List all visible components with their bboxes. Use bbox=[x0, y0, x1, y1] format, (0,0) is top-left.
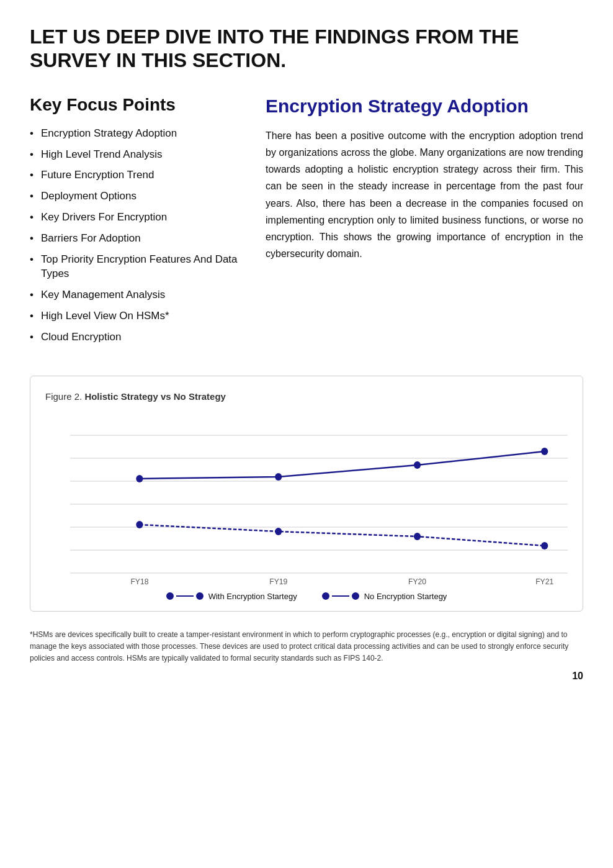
svg-text:FY21: FY21 bbox=[535, 577, 553, 585]
svg-text:FY18: FY18 bbox=[130, 577, 148, 585]
chart-container: Figure 2. Holistic Strategy vs No Strate… bbox=[30, 376, 583, 612]
series-1-dot-fy20 bbox=[414, 461, 421, 469]
key-focus-title: Key Focus Points bbox=[30, 95, 241, 115]
series-1-line bbox=[140, 451, 545, 479]
series-1-dot-fy21 bbox=[541, 448, 548, 455]
legend-item-with-strategy: With Encryption Startegy bbox=[166, 592, 297, 601]
legend-label-no: No Encryption Startegy bbox=[364, 592, 447, 601]
svg-text:FY19: FY19 bbox=[269, 577, 287, 585]
chart-legend: With Encryption Startegy No Encryption S… bbox=[45, 592, 568, 601]
encryption-strategy-title: Encryption Strategy Adoption bbox=[266, 95, 583, 117]
svg-text:FY20: FY20 bbox=[408, 577, 426, 585]
series-1-dot-fy18 bbox=[136, 475, 143, 482]
figure-title: Holistic Strategy vs No Strategy bbox=[84, 391, 226, 402]
left-column: Key Focus Points Encryption Strategy Ado… bbox=[30, 95, 241, 351]
legend-dot-no-2 bbox=[352, 592, 359, 600]
series-2-dot-fy18 bbox=[136, 521, 143, 528]
encryption-strategy-body: There has been a positive outcome with t… bbox=[266, 127, 583, 263]
legend-label-with: With Encryption Startegy bbox=[208, 592, 297, 601]
right-column: Encryption Strategy Adoption There has b… bbox=[266, 95, 583, 351]
legend-dot-no bbox=[322, 592, 329, 600]
list-item: Key Drivers For Encryption bbox=[30, 210, 241, 225]
series-2-dot-fy20 bbox=[414, 533, 421, 540]
list-item: Future Encryption Trend bbox=[30, 168, 241, 183]
list-item: High Level View On HSMs* bbox=[30, 309, 241, 323]
list-item: Key Management Analysis bbox=[30, 287, 241, 302]
list-item: High Level Trend Analysis bbox=[30, 147, 241, 162]
list-item: Barriers For Adoption bbox=[30, 231, 241, 246]
series-2-dot-fy19 bbox=[275, 528, 282, 535]
chart-area: 0% 10% 20% 30% 40% 50% 60% FY18 FY19 FY2… bbox=[70, 412, 568, 585]
series-1-dot-fy19 bbox=[275, 473, 282, 481]
key-focus-list: Encryption Strategy AdoptionHigh Level T… bbox=[30, 126, 241, 345]
legend-item-no-strategy: No Encryption Startegy bbox=[322, 592, 447, 601]
footnote: *HSMs are devices specifically built to … bbox=[30, 629, 583, 665]
chart-title: Figure 2. Holistic Strategy vs No Strate… bbox=[45, 391, 568, 402]
series-2-dot-fy21 bbox=[541, 542, 548, 549]
main-title: LET US DEEP DIVE INTO THE FINDINGS FROM … bbox=[30, 25, 583, 73]
list-item: Encryption Strategy Adoption bbox=[30, 126, 241, 141]
list-item: Deployment Options bbox=[30, 189, 241, 204]
legend-dot-with-2 bbox=[196, 592, 204, 600]
series-2-line bbox=[140, 525, 545, 546]
figure-label: Figure 2. bbox=[45, 391, 84, 402]
legend-line-with bbox=[176, 595, 194, 597]
list-item: Top Priority Encryption Features And Dat… bbox=[30, 252, 241, 282]
chart-svg: 0% 10% 20% 30% 40% 50% 60% FY18 FY19 FY2… bbox=[70, 412, 568, 585]
page-number: 10 bbox=[30, 671, 583, 682]
legend-dot-with bbox=[166, 592, 174, 600]
list-item: Cloud Encryption bbox=[30, 330, 241, 345]
legend-line-no bbox=[332, 595, 349, 597]
two-column-section: Key Focus Points Encryption Strategy Ado… bbox=[30, 95, 583, 351]
